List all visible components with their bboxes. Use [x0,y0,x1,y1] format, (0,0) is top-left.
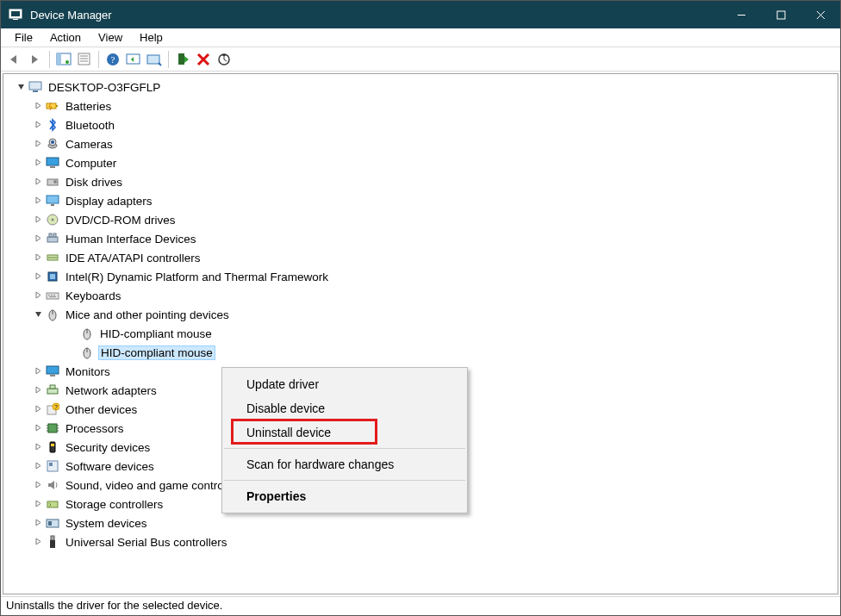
tree-category[interactable]: Computer [3,153,838,172]
tree-device[interactable]: HID-compliant mouse [3,343,838,362]
device-tree[interactable]: DESKTOP-O3FGFLPBatteriesBluetoothCameras… [3,73,838,594]
back-button[interactable] [4,49,25,70]
tree-category[interactable]: System devices [3,513,838,532]
svg-point-34 [52,219,54,221]
disk-icon [45,174,60,190]
expander-icon[interactable] [31,366,45,376]
software-icon [45,458,60,474]
svg-rect-57 [47,366,59,374]
tree-item-label: Security devices [64,441,152,454]
tree-category[interactable]: IDE ATA/ATAPI controllers [3,248,838,267]
expander-icon[interactable] [31,101,45,111]
expander-icon[interactable] [31,518,45,528]
svg-rect-48 [51,295,53,296]
tree-category[interactable]: Batteries [3,96,838,115]
svg-rect-32 [51,204,54,206]
ctx-properties[interactable]: Properties [222,484,467,508]
svg-rect-2 [13,19,18,20]
ctx-uninstall-device[interactable]: Uninstall device [222,420,467,445]
toolbar: ? [1,47,840,72]
tree-item-label: Monitors [64,365,112,378]
menu-action[interactable]: Action [41,29,90,46]
svg-rect-77 [48,521,52,526]
expander-icon[interactable] [31,442,45,452]
svg-rect-27 [47,158,59,165]
svg-text:?: ? [111,54,115,65]
tree-item-label: DESKTOP-O3FGFLP [47,81,162,94]
tree-item-label: System devices [64,517,149,530]
tree-category[interactable]: Mice and other pointing devices [3,305,838,324]
expander-icon[interactable] [31,177,45,187]
storage-icon [45,496,60,512]
scan-hardware-button[interactable] [214,49,234,70]
bluetooth-icon [45,117,60,133]
expander-icon[interactable] [31,537,45,547]
ide-icon [45,250,60,265]
tree-category[interactable]: Keyboards [3,286,838,305]
tree-item-label: HID-compliant mouse [98,327,214,340]
disable-device-button[interactable] [144,49,165,70]
menu-file[interactable]: File [6,29,41,46]
tree-category[interactable]: DVD/CD-ROM drives [3,210,838,229]
tree-item-label: Keyboards [64,289,123,302]
tree-category[interactable]: Universal Serial Bus controllers [3,532,838,551]
minimize-button[interactable] [721,1,761,28]
tree-item-label: Display adapters [64,195,154,208]
expander-icon[interactable] [31,499,45,509]
expander-icon[interactable] [31,233,45,244]
show-hide-tree-button[interactable] [53,49,74,70]
update-driver-button[interactable] [123,49,144,70]
tree-item-label: IDE ATA/ATAPI controllers [64,252,202,264]
monitor-icon [45,155,60,171]
help-button[interactable]: ? [103,49,123,70]
expander-icon[interactable] [31,158,45,168]
menu-help[interactable]: Help [131,29,171,46]
tree-device[interactable]: HID-compliant mouse [3,324,838,343]
tree-category[interactable]: Display adapters [3,191,838,210]
ctx-disable-device[interactable]: Disable device [222,396,467,420]
tree-category[interactable]: Intel(R) Dynamic Platform and Thermal Fr… [3,267,838,286]
expander-icon[interactable] [31,290,45,301]
maximize-button[interactable] [761,1,801,28]
ctx-scan-hardware[interactable]: Scan for hardware changes [222,452,467,476]
expander-icon[interactable] [31,461,45,471]
expander-icon[interactable] [31,215,45,225]
svg-rect-60 [50,385,55,389]
tree-item-label: Mice and other pointing devices [64,308,231,321]
menubar: File Action View Help [1,28,840,47]
expander-icon[interactable] [31,309,45,320]
tree-item-label: Network adapters [64,384,159,397]
mouse-icon [45,307,60,322]
tree-category[interactable]: Human Interface Devices [3,229,838,248]
menu-view[interactable]: View [90,29,131,46]
close-button[interactable] [801,1,840,28]
tree-root[interactable]: DESKTOP-O3FGFLP [3,78,838,96]
expander-icon[interactable] [31,271,45,282]
tree-category[interactable]: Bluetooth [3,115,838,134]
svg-rect-4 [777,11,785,19]
context-menu: Update driver Disable device Uninstall d… [221,367,468,513]
ctx-update-driver[interactable]: Update driver [222,372,467,396]
expander-icon[interactable] [31,404,45,414]
expander-icon[interactable] [31,252,45,263]
tree-item-label: Universal Serial Bus controllers [64,536,229,549]
tree-category[interactable]: Disk drives [3,172,838,191]
tree-item-label: Computer [64,157,118,170]
tree-category[interactable]: Cameras [3,134,838,153]
expander-icon[interactable] [31,480,45,490]
enable-device-button[interactable] [172,49,193,70]
expander-icon[interactable] [31,120,45,130]
expander-icon[interactable] [14,82,28,92]
tree-item-label: HID-compliant mouse [98,345,215,360]
expander-icon[interactable] [31,385,45,395]
expander-icon[interactable] [31,423,45,433]
system-icon [45,515,60,531]
svg-rect-36 [49,233,52,237]
expander-icon[interactable] [31,196,45,206]
uninstall-device-button[interactable] [193,49,214,70]
properties-button[interactable] [74,49,95,70]
expander-icon[interactable] [31,139,45,149]
svg-rect-1 [11,11,20,16]
forward-button[interactable] [25,49,46,70]
svg-rect-47 [48,295,50,296]
